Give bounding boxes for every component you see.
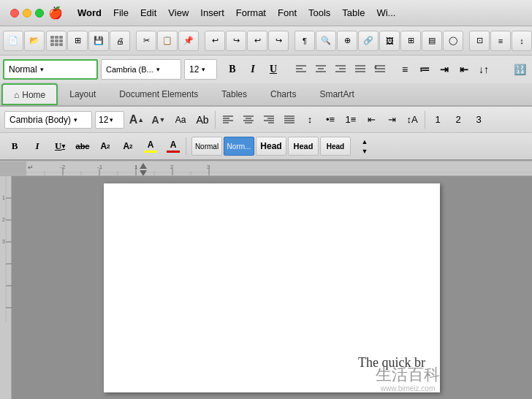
line-spacing-button[interactable]	[370, 60, 390, 79]
menu-font[interactable]: Font	[272, 6, 303, 20]
menu-insert[interactable]: Insert	[194, 6, 230, 20]
style-scroll-up[interactable]: ▲	[354, 137, 375, 146]
justify-button[interactable]	[351, 60, 370, 79]
bold-button[interactable]: B	[223, 60, 242, 79]
highlight-color-btn[interactable]: A	[140, 137, 161, 156]
ribbon: Normal ▾ Cambria (B... ▾ 12 ▾ B I U	[0, 56, 532, 162]
tab-document-elements[interactable]: Document Elements	[107, 83, 210, 105]
clear-format-button[interactable]: Ab	[193, 111, 212, 129]
style-highlighted-box[interactable]: Norm...	[224, 137, 254, 156]
tab-charts[interactable]: Charts	[259, 83, 308, 105]
extra2-button[interactable]: ≡	[490, 31, 511, 51]
menu-table[interactable]: Table	[336, 6, 370, 20]
bullet-btn[interactable]: •≡	[321, 111, 340, 129]
align-left-button[interactable]	[292, 60, 311, 79]
undo-button[interactable]: ↩	[205, 31, 225, 51]
menu-view[interactable]: View	[162, 6, 194, 20]
new-button[interactable]: 📄	[3, 31, 23, 51]
increase-indent-button[interactable]: ↓↑	[474, 60, 493, 79]
print-button[interactable]: 🖨	[110, 31, 130, 51]
style-scroll-down[interactable]: ▼	[354, 147, 375, 156]
link-button[interactable]: 🔗	[358, 31, 379, 51]
size-selector[interactable]: 12 ▾	[184, 59, 217, 80]
sort-btn[interactable]: ↕A	[403, 111, 422, 129]
para-align-right-btn[interactable]	[259, 111, 278, 129]
pilcrow-button[interactable]: ¶	[294, 31, 315, 51]
tab-tables[interactable]: Tables	[210, 83, 259, 105]
paste-button[interactable]: 📌	[178, 31, 199, 51]
tab-doc-elements-label: Document Elements	[119, 89, 198, 99]
cut-button[interactable]: ✂	[136, 31, 156, 51]
align-center-button[interactable]	[311, 60, 330, 79]
minimize-button[interactable]	[23, 9, 31, 18]
zoom-button[interactable]: 🔍	[316, 31, 336, 51]
undo2-button[interactable]: ↩	[247, 31, 267, 51]
redo2-button[interactable]: ↪	[268, 31, 289, 51]
style-selector[interactable]: Normal ▾	[3, 59, 98, 80]
tab-home[interactable]: ⌂ Home	[1, 83, 58, 105]
table-button[interactable]: ⊞	[400, 31, 421, 51]
text-color-btn[interactable]: A	[163, 137, 183, 156]
subscript-btn[interactable]: A2	[118, 137, 138, 156]
menu-word[interactable]: Word	[72, 6, 107, 20]
menu-window[interactable]: Wi...	[370, 6, 401, 20]
bullet-list-button[interactable]: ≡	[395, 60, 414, 79]
decrease-indent-btn[interactable]: ⇤	[362, 111, 381, 129]
menu-file[interactable]: File	[107, 6, 134, 20]
extra3-button[interactable]: ↕	[512, 31, 532, 51]
italic-button[interactable]: I	[243, 60, 262, 79]
style-h1-box[interactable]: Head	[256, 137, 286, 156]
spacing-btn[interactable]: ↕	[300, 111, 319, 129]
font-selector[interactable]: Cambria (B... ▾	[101, 59, 181, 80]
bookmark-button[interactable]: ⊕	[337, 31, 357, 51]
underline-btn2[interactable]: U ▾	[50, 137, 70, 156]
font-shrink-button[interactable]: A▼	[149, 111, 168, 129]
line-number-button[interactable]: 🔢	[510, 60, 529, 79]
increase-indent-btn2[interactable]: ⇥	[382, 111, 401, 129]
style-h2-box[interactable]: Head	[288, 137, 319, 156]
redo-button[interactable]: ↪	[226, 31, 246, 51]
tab-smartart[interactable]: SmartArt	[308, 83, 365, 105]
bold-btn2[interactable]: B	[4, 137, 25, 156]
view-grid-button[interactable]	[46, 31, 66, 51]
para-align-left-button[interactable]	[218, 111, 238, 129]
shapes-button[interactable]: ◯	[443, 31, 463, 51]
font-grow-button[interactable]: A▲	[127, 111, 146, 129]
num-btn[interactable]: 1≡	[341, 111, 360, 129]
font-case-button[interactable]: Aa	[171, 111, 190, 129]
font-name-selector[interactable]: Cambria (Body) ▾	[4, 111, 92, 129]
menu-format[interactable]: Format	[230, 6, 272, 20]
menu-tools[interactable]: Tools	[303, 6, 336, 20]
outdent-button[interactable]: ⇤	[455, 60, 474, 79]
columns-button[interactable]: ▤	[422, 31, 442, 51]
doc-content[interactable]: The quick br 生活百科 www.bimeiz.com	[12, 176, 532, 399]
extra1-button[interactable]: ⊡	[469, 31, 490, 51]
document-page[interactable]: The quick br 生活百科 www.bimeiz.com	[104, 183, 440, 392]
align-right-button[interactable]	[331, 60, 350, 79]
tab-layout[interactable]: Layout	[58, 83, 107, 105]
style-normal-box[interactable]: Normal	[191, 137, 222, 156]
style-h3-box[interactable]: Head	[320, 137, 351, 156]
italic-btn2[interactable]: I	[27, 137, 48, 156]
superscript-btn[interactable]: A2	[95, 137, 115, 156]
img-button[interactable]: 🖼	[379, 31, 400, 51]
para-deco2[interactable]: 2	[449, 111, 468, 129]
menu-edit[interactable]: Edit	[134, 6, 162, 20]
open-button[interactable]: 📂	[24, 31, 45, 51]
apple-icon[interactable]: 🍎	[48, 6, 63, 20]
num-list-button[interactable]: ≔	[415, 60, 434, 79]
save-button[interactable]: 💾	[88, 31, 109, 51]
para-deco3[interactable]: 3	[469, 111, 488, 129]
font-size-selector[interactable]: 12 ▾	[95, 111, 124, 129]
layout-button[interactable]: ⊞	[67, 31, 88, 51]
copy-button[interactable]: 📋	[157, 31, 178, 51]
underline-button[interactable]: U	[264, 60, 283, 79]
para-align-center-btn[interactable]	[239, 111, 258, 129]
close-button[interactable]	[10, 9, 19, 18]
doc-area: 1 2 3 The quick br 生活百科 www.bimeiz.com	[0, 176, 532, 399]
para-justify-btn[interactable]	[280, 111, 299, 129]
indent-button[interactable]: ⇥	[435, 60, 454, 79]
strikethrough-btn[interactable]: abc	[72, 137, 93, 156]
maximize-button[interactable]	[35, 9, 44, 18]
para-deco1[interactable]: 1	[428, 111, 447, 129]
